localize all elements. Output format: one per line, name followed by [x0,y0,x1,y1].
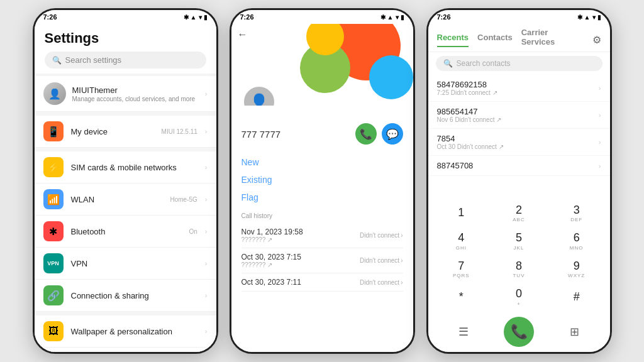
device-name: My device [71,127,154,136]
call-status-1: Didn't connect › [360,232,402,239]
call-status-2: Didn't connect › [360,257,402,264]
bt-icon-3: ✱ [577,14,582,21]
bt-right: On [189,228,197,235]
key-4[interactable]: 4GHI [433,228,490,255]
status-icons-2: ✱ ▲ ▾ ▮ [380,14,404,21]
device-info: My device [71,127,154,136]
chevron-icon: › [205,128,208,135]
chevron-icon: › [599,162,601,170]
search-placeholder: Search settings [65,55,122,65]
call-sub-2: ??????? ↗ [242,261,301,268]
settings-item-connection[interactable]: 🔗 Connection & sharing › [35,280,216,312]
contact-body: 777 7777 📞 💬 New Existing Flag Call hist… [231,106,413,352]
key-3[interactable]: 3DEF [548,200,605,227]
signal-icon-3: ▲ [584,14,591,21]
chevron-icon: › [599,111,601,119]
status-icons-3: ✱ ▲ ▾ ▮ [577,14,601,21]
settings-item-device[interactable]: 📱 My device MIUI 12.5.11 › [35,116,216,148]
chevron-icon: › [599,138,601,146]
call-status-3: Didn't connect › [360,279,402,286]
recent-info-1: 985654147 Nov 6 Didn't connect ↗ [437,107,599,123]
menu-icon[interactable]: ☰ [458,325,469,339]
bt-name: Bluetooth [71,227,182,236]
phone-settings: 7:26 ✱ ▲ ▾ ▮ Settings 🔍 Search settings … [33,8,218,354]
key-6[interactable]: 6MNO [548,228,605,255]
wlan-name: WLAN [71,195,163,204]
signal-icon: ▲ [191,14,197,21]
call-button[interactable]: 📞 [355,123,377,145]
numpad: 1 2ABC 3DEF 4GHI 5JKL 6MNO 7PQRS 8TUV 9W… [428,197,610,313]
contact-name: Unknown contact [282,104,376,106]
tab-contacts[interactable]: Contacts [477,33,513,47]
contacts-search[interactable]: 🔍 Search contacts [436,56,602,71]
key-hash[interactable]: # [548,283,605,310]
status-icons-1: ✱ ▲ ▾ ▮ [184,14,208,21]
back-button[interactable]: ← [238,29,248,40]
connection-info: Connection & sharing [71,291,197,300]
battery-status-icon: ▮ [401,14,404,21]
message-button[interactable]: 💬 [382,123,403,145]
wlan-icon: 📶 [43,189,64,209]
bluetooth-icon: ✱ [184,14,189,21]
settings-list: 👤 MIUIThemer Manage accounts, cloud serv… [35,74,216,352]
sim-info: SIM cards & mobile networks [71,163,197,172]
recent-number-2: 7854 [437,134,599,143]
call-info-2: Oct 30, 2023 7:15 ??????? ↗ [242,253,301,268]
settings-item-vpn[interactable]: VPN VPN › [35,248,216,280]
chevron-icon: › [205,195,208,203]
key-9[interactable]: 9WXYZ [548,256,605,283]
key-7[interactable]: 7PQRS [433,256,490,283]
tab-recents[interactable]: Recents [437,33,469,47]
call-info-3: Oct 30, 2023 7:11 [242,278,301,287]
call-info-1: Nov 1, 2023 19:58 ??????? ↗ [242,228,303,243]
device-icon: 📱 [43,121,64,141]
settings-item-bluetooth[interactable]: ✱ Bluetooth On › [35,216,216,248]
vpn-info: VPN [71,259,197,268]
sim-name: SIM cards & mobile networks [71,163,197,172]
avatar: 👤 [43,82,66,105]
profile-info: MIUIThemer Manage accounts, cloud servic… [72,85,199,102]
new-link[interactable]: New [242,153,403,171]
wifi-icon-3: ▾ [592,14,596,21]
call-fab-button[interactable]: 📞 [504,317,534,347]
status-bar-2: 7:26 ✱ ▲ ▾ ▮ [231,10,413,24]
grid-icon[interactable]: ⊞ [570,325,579,339]
device-right: MIUI 12.5.11 [162,128,197,135]
settings-item-sim[interactable]: ⚡ SIM cards & mobile networks › [35,151,216,184]
key-2[interactable]: 2ABC [491,200,547,227]
chevron-icon: › [205,327,208,335]
recent-sub-2: Oct 30 Didn't connect ↗ [437,143,599,150]
chevron-icon: › [599,84,601,92]
phone-dialer: 7:26 ✱ ▲ ▾ ▮ Recents Contacts Carrier Se… [426,8,612,354]
call-date-2: Oct 30, 2023 7:15 [242,253,301,261]
phone-contact: 7:26 ✱ ▲ ▾ ▮ ← 👤 Unknown contact 777 777… [230,8,415,354]
tab-carrier[interactable]: Carrier Services [521,28,584,52]
key-0[interactable]: 0+ [491,283,547,310]
search-icon-2: 🔍 [443,59,453,68]
flag-link[interactable]: Flag [242,189,403,206]
key-8[interactable]: 8TUV [491,256,547,283]
profile-sub: Manage accounts, cloud services, and mor… [72,96,199,102]
wlan-info: WLAN [71,195,163,204]
settings-item-wlan[interactable]: 📶 WLAN Home-5G › [35,184,216,216]
existing-link[interactable]: Existing [242,171,403,189]
key-star[interactable]: * [433,283,490,310]
key-1[interactable]: 1 [433,200,490,227]
recent-item-1[interactable]: 985654147 Nov 6 Didn't connect ↗ › [428,102,610,129]
wifi-icon: ▾ [199,14,202,21]
settings-item-wallpaper[interactable]: 🖼 Wallpaper & personalization › [35,315,216,348]
chevron-icon: › [205,163,208,171]
profile-item[interactable]: 👤 MIUIThemer Manage accounts, cloud serv… [35,76,216,112]
gear-icon[interactable]: ⚙ [592,34,601,46]
recent-item-3[interactable]: 88745708 › [428,156,610,176]
key-5[interactable]: 5JKL [491,228,547,255]
settings-search[interactable]: 🔍 Search settings [45,52,206,69]
bt-status-icon: ✱ [380,14,386,21]
settings-title: Settings [45,30,206,47]
wlan-right: Home-5G [170,196,197,203]
recent-item-2[interactable]: 7854 Oct 30 Didn't connect ↗ › [428,129,610,156]
recent-item-0[interactable]: 58478692158 7:25 Didn't connect ↗ › [428,75,610,102]
bluetooth-icon: ✱ [43,221,64,241]
settings-item-aod[interactable]: 🔒 Always-on display & Lock screen › [35,348,216,352]
vpn-icon: VPN [43,253,64,273]
